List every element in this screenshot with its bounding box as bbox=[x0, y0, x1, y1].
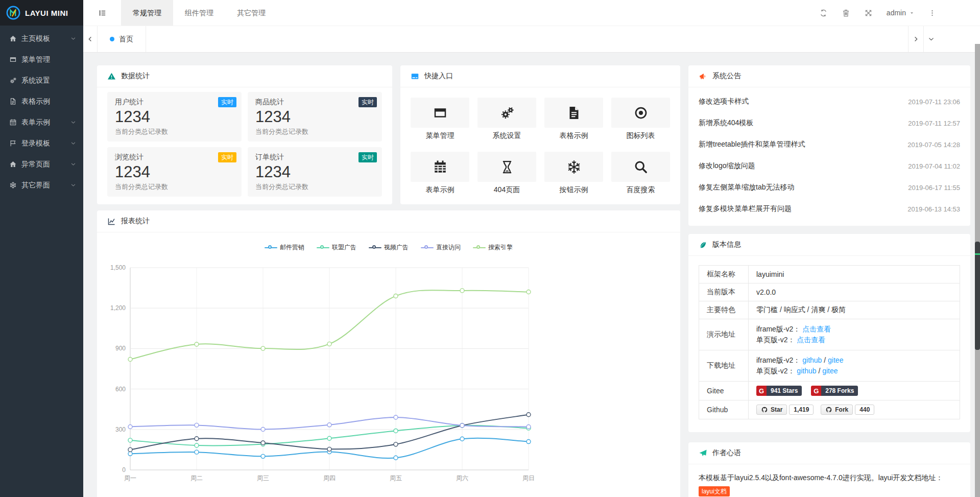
svg-text:周四: 周四 bbox=[323, 475, 336, 482]
table-row: 下载地址 iframe版-v2： github / gitee 单页版-v2： … bbox=[699, 350, 960, 382]
svg-text:0: 0 bbox=[122, 466, 126, 474]
sidebar-item-error-pages[interactable]: 异常页面 bbox=[0, 154, 83, 175]
chart-legend: 邮件营销联盟广告视频广告直接访问搜索引擎 bbox=[97, 244, 680, 251]
legend-marker bbox=[473, 245, 486, 250]
notice-item[interactable]: 修复左侧菜单缩放tab无法移动 2019-06-17 11:55 bbox=[699, 177, 960, 198]
sidebar-item-menu-management[interactable]: 菜单管理 bbox=[0, 49, 83, 70]
quick-entry-404[interactable]: 404页面 bbox=[477, 152, 536, 195]
legend-item[interactable]: 联盟广告 bbox=[317, 244, 356, 251]
author-body: 本模板基于layui2.5.4以及font-awesome-4.7.0进行实现。… bbox=[688, 464, 970, 497]
sidebar-item-form-example[interactable]: 表单示例 bbox=[0, 112, 83, 133]
hourglass-icon bbox=[499, 159, 515, 175]
quick-entry-menu[interactable]: 菜单管理 bbox=[411, 98, 469, 140]
gitee-link[interactable]: gitee bbox=[822, 367, 838, 375]
quick-entry-icons[interactable]: 图标列表 bbox=[611, 98, 670, 140]
github-icon bbox=[825, 406, 832, 413]
snowflake-icon bbox=[9, 181, 17, 189]
github-fork-count[interactable]: 440 bbox=[855, 405, 874, 415]
card-title: 快捷入口 bbox=[424, 72, 453, 81]
stat-box-orders[interactable]: 订单统计 实时 1234 当前分类总记录数 bbox=[248, 147, 382, 197]
tab-operations-dropdown[interactable] bbox=[923, 26, 939, 52]
notice-item[interactable]: 新增treetable插件和菜单管理样式 2019-07-05 14:28 bbox=[699, 134, 960, 155]
legend-item[interactable]: 视频广告 bbox=[369, 244, 409, 251]
gitee-forks-badge[interactable]: G 278 Forks bbox=[811, 386, 858, 396]
quick-entry-form[interactable]: 表单示例 bbox=[411, 152, 469, 195]
line-chart-icon bbox=[107, 217, 116, 226]
chevron-down-icon bbox=[70, 161, 76, 167]
svg-text:周一: 周一 bbox=[124, 475, 136, 482]
notice-item[interactable]: 修改选项卡样式 2019-07-11 23:06 bbox=[699, 91, 960, 112]
quick-entry-table[interactable]: 表格示例 bbox=[544, 98, 603, 140]
demo-onepage-link[interactable]: 点击查看 bbox=[797, 336, 825, 344]
active-tab-dot bbox=[110, 37, 114, 41]
quick-entry-buttons[interactable]: 按钮示例 bbox=[544, 152, 603, 195]
more-vertical-icon[interactable] bbox=[928, 9, 936, 17]
github-star-count[interactable]: 1,419 bbox=[789, 405, 814, 415]
svg-text:周日: 周日 bbox=[522, 475, 535, 482]
quick-entry-settings[interactable]: 系统设置 bbox=[477, 98, 536, 140]
vertical-scrollbar-thumb[interactable] bbox=[975, 242, 980, 350]
logo-text: LAYUI MINI bbox=[25, 9, 68, 17]
top-tab-components[interactable]: 组件管理 bbox=[173, 0, 225, 26]
leaf-icon bbox=[699, 241, 707, 249]
top-tab-other[interactable]: 其它管理 bbox=[225, 0, 277, 26]
tab-home[interactable]: 首页 bbox=[98, 26, 146, 52]
svg-text:900: 900 bbox=[115, 345, 126, 352]
card-icon bbox=[411, 72, 419, 81]
trash-icon[interactable] bbox=[842, 9, 850, 17]
demo-iframe-link[interactable]: 点击查看 bbox=[802, 325, 831, 333]
sidebar-item-system-settings[interactable]: 系统设置 bbox=[0, 70, 83, 91]
cogs-icon bbox=[9, 77, 17, 84]
github-link[interactable]: github bbox=[797, 367, 816, 375]
legend-item[interactable]: 搜索引擎 bbox=[473, 244, 513, 251]
status-badge: 实时 bbox=[358, 97, 377, 107]
gitee-stars-badge[interactable]: G 941 Stars bbox=[756, 386, 802, 396]
chevron-down-icon bbox=[70, 182, 76, 188]
fullscreen-icon[interactable] bbox=[864, 9, 873, 17]
sidebar-item-home-template[interactable]: 主页模板 bbox=[0, 28, 83, 49]
window-icon bbox=[9, 56, 17, 63]
tab-scroll-left-button[interactable] bbox=[83, 26, 98, 52]
quick-entry-baidu[interactable]: 百度搜索 bbox=[611, 152, 670, 195]
dot-circle-icon bbox=[633, 105, 649, 121]
notice-item[interactable]: 新增系统404模板 2019-07-11 12:57 bbox=[699, 112, 960, 134]
github-star-button[interactable]: Star bbox=[756, 405, 787, 415]
legend-item[interactable]: 直接访问 bbox=[421, 244, 461, 251]
card-title: 数据统计 bbox=[121, 72, 150, 81]
svg-text:周三: 周三 bbox=[257, 475, 269, 482]
scrollbar-marker bbox=[975, 253, 980, 255]
sidebar-item-login-template[interactable]: 登录模板 bbox=[0, 133, 83, 154]
notice-item[interactable]: 修复多模块菜单栏展开有问题 2019-06-13 14:53 bbox=[699, 198, 960, 220]
layui-doc-badge[interactable]: layui文档 bbox=[699, 486, 730, 496]
sidebar-item-table-example[interactable]: 表格示例 bbox=[0, 91, 83, 112]
home-icon bbox=[9, 160, 17, 168]
chevron-down-icon bbox=[70, 36, 76, 41]
top-tab-general[interactable]: 常规管理 bbox=[121, 0, 173, 26]
sidebar-item-other-pages[interactable]: 其它界面 bbox=[0, 175, 83, 196]
menu-fold-button[interactable] bbox=[83, 0, 121, 26]
svg-text:周六: 周六 bbox=[456, 475, 468, 482]
legend-item[interactable]: 邮件营销 bbox=[265, 244, 304, 251]
version-table: 框架名称 layuimini 当前版本 v2.0.0 主要特色 零门槛 / 响应… bbox=[699, 265, 960, 419]
logo[interactable]: LAYUI MINI bbox=[0, 0, 83, 26]
refresh-icon[interactable] bbox=[819, 9, 828, 17]
svg-text:600: 600 bbox=[115, 386, 126, 393]
notice-item[interactable]: 修改logo缩放问题 2019-07-04 11:02 bbox=[699, 155, 960, 177]
main-content: 数据统计 用户统计 实时 1234 当前分类总记录数 商品统计 实时 1234 … bbox=[83, 53, 980, 497]
tab-scroll-right-button[interactable] bbox=[908, 26, 923, 52]
author-header: 作者心语 bbox=[688, 442, 970, 464]
user-dropdown[interactable]: admin bbox=[887, 9, 915, 17]
gitee-link[interactable]: gitee bbox=[828, 356, 843, 364]
table-row: 主要特色 零门槛 / 响应式 / 清爽 / 极简 bbox=[699, 301, 960, 319]
github-link[interactable]: github bbox=[802, 356, 822, 364]
stat-box-users[interactable]: 用户统计 实时 1234 当前分类总记录数 bbox=[107, 92, 242, 141]
line-chart[interactable]: 03006009001,2001,500周一周二周三周四周五周六周日 bbox=[97, 255, 536, 490]
report-statistics-card: 报表统计 邮件营销联盟广告视频广告直接访问搜索引擎 03006009001,20… bbox=[97, 210, 680, 497]
github-fork-button[interactable]: Fork bbox=[821, 405, 853, 415]
table-row: Github Star 1,419 Fork bbox=[699, 400, 960, 419]
cogs-icon bbox=[499, 105, 515, 121]
status-badge: 实时 bbox=[358, 152, 377, 162]
stat-grid: 用户统计 实时 1234 当前分类总记录数 商品统计 实时 1234 当前分类总… bbox=[97, 87, 392, 197]
stat-box-views[interactable]: 浏览统计 实时 1234 当前分类总记录数 bbox=[107, 147, 242, 197]
stat-box-goods[interactable]: 商品统计 实时 1234 当前分类总记录数 bbox=[248, 92, 382, 141]
